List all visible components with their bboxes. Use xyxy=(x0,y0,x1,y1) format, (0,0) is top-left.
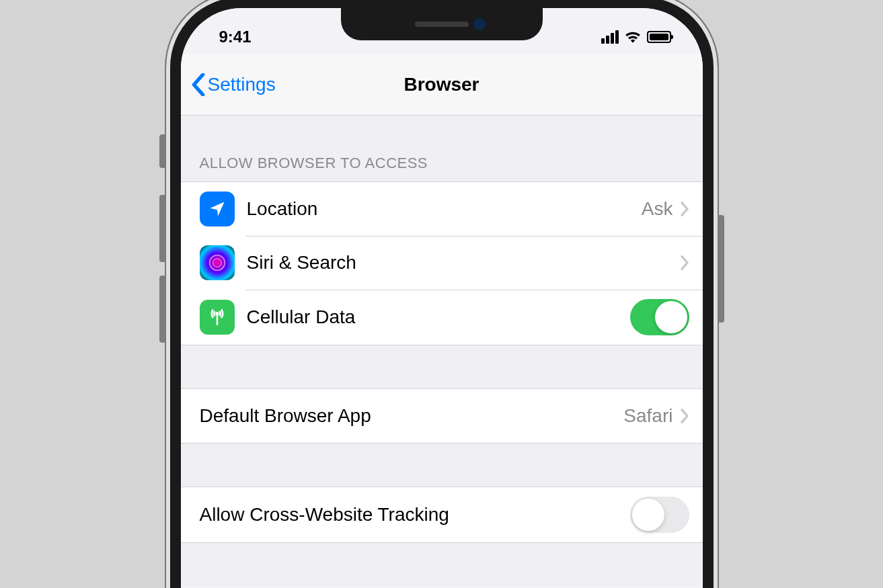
cellular-data-toggle[interactable] xyxy=(630,299,689,335)
wifi-icon xyxy=(624,30,642,44)
status-time: 9:41 xyxy=(209,28,252,46)
chevron-left-icon xyxy=(192,73,205,96)
row-value: Ask xyxy=(642,198,673,220)
volume-up-button xyxy=(159,195,166,262)
mute-switch xyxy=(159,134,166,168)
row-label: Siri & Search xyxy=(247,252,680,274)
front-camera xyxy=(473,18,486,30)
section-header-access: ALLOW BROWSER TO ACCESS xyxy=(181,116,703,181)
svg-point-0 xyxy=(209,255,225,271)
row-label: Location xyxy=(247,198,642,220)
navigation-bar: Settings Browser xyxy=(181,54,703,116)
battery-icon xyxy=(647,31,671,43)
cross-site-tracking-toggle[interactable] xyxy=(630,497,689,533)
cellular-antenna-icon xyxy=(200,300,235,335)
row-location[interactable]: Location Ask xyxy=(181,182,703,236)
row-label: Allow Cross-Website Tracking xyxy=(200,504,630,526)
location-icon xyxy=(200,192,235,226)
side-button xyxy=(718,215,724,323)
siri-icon xyxy=(200,245,235,280)
row-label: Default Browser App xyxy=(200,405,624,427)
row-value: Safari xyxy=(623,405,673,427)
chevron-right-icon xyxy=(680,408,689,424)
back-button[interactable]: Settings xyxy=(192,73,276,96)
row-default-browser[interactable]: Default Browser App Safari xyxy=(181,389,703,443)
chevron-right-icon xyxy=(680,255,689,271)
chevron-right-icon xyxy=(680,201,689,217)
page-title: Browser xyxy=(404,74,479,95)
back-label: Settings xyxy=(208,74,276,95)
row-label: Cellular Data xyxy=(247,306,630,328)
volume-down-button xyxy=(159,276,166,343)
iphone-device-mockup: 9:41 Set xyxy=(166,0,718,588)
row-siri-search[interactable]: Siri & Search xyxy=(181,236,703,290)
row-cellular-data: Cellular Data xyxy=(181,290,703,345)
notch xyxy=(341,8,543,40)
row-cross-website-tracking: Allow Cross-Website Tracking xyxy=(181,487,703,542)
screen: 9:41 Set xyxy=(181,8,703,588)
cellular-signal-icon xyxy=(601,30,619,44)
earpiece-speaker xyxy=(415,22,469,27)
svg-point-1 xyxy=(213,259,221,267)
